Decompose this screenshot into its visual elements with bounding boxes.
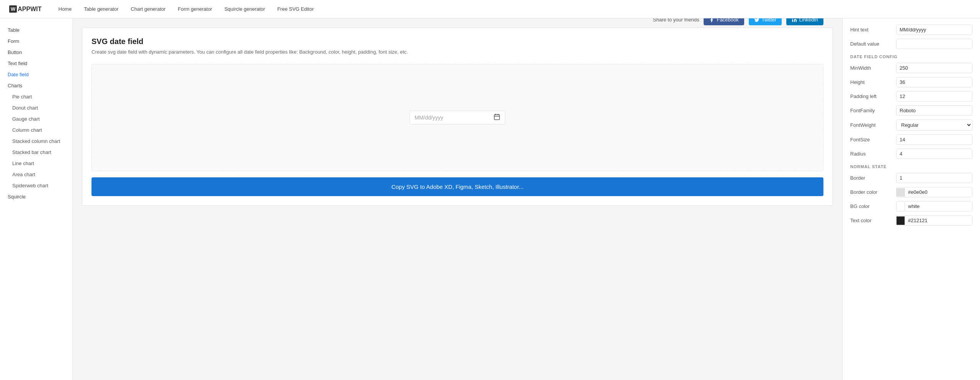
border-color-row: Border color [850,187,972,197]
bg-color-label: BG color [850,203,896,209]
border-label: Border [850,175,896,181]
sidebar-item-line-chart[interactable]: Line chart [0,158,72,169]
hint-text-row: Hint text [850,25,972,35]
border-row: Border [850,173,972,183]
sidebar-item-donut-chart[interactable]: Donut chart [0,102,72,113]
fontsize-label: FontSize [850,137,896,142]
border-color-label: Border color [850,189,896,195]
sidebar-item-area-chart[interactable]: Area chart [0,169,72,180]
twitter-share-button[interactable]: Twitter [749,18,782,25]
linkedin-icon [792,18,797,23]
text-color-wrap [896,215,972,226]
main-content: Share to your friends Facebook Twitter L… [73,18,842,380]
date-placeholder: MM/dd/yyyy [415,115,443,121]
sidebar-item-form[interactable]: Form [0,36,72,47]
padding-left-input[interactable] [896,91,972,102]
copy-svg-button[interactable]: Copy SVG to Adobe XD, Figma, Sketch, Ill… [91,177,823,196]
border-color-wrap [896,187,972,197]
sidebar-item-column-chart[interactable]: Column chart [0,124,72,136]
hint-text-label: Hint text [850,27,896,33]
sidebar-item-date-field[interactable]: Date field [0,69,72,80]
preview-area: MM/dd/yyyy [91,64,823,171]
fontsize-row: FontSize [850,134,972,145]
text-color-label: Text color [850,218,896,223]
default-value-row: Default value [850,39,972,49]
height-label: Height [850,79,896,85]
sidebar-item-stacked-column-chart[interactable]: Stacked column chart [0,136,72,147]
fontfamily-row: FontFamily [850,105,972,116]
facebook-button-label: Facebook [717,18,738,23]
share-label: Share to your friends [653,18,699,23]
linkedin-share-button[interactable]: LinkedIn [786,18,823,25]
sidebar-item-gauge-chart[interactable]: Gauge chart [0,113,72,124]
text-color-input[interactable] [905,216,972,225]
text-color-swatch[interactable] [897,216,905,225]
calendar-icon [493,113,500,122]
svg-rect-1 [494,115,500,120]
border-color-input[interactable] [905,187,972,197]
sidebar-item-pie-chart[interactable]: Pie chart [0,91,72,102]
page-title: SVG date field [91,37,823,46]
sidebar-item-stacked-bar-chart[interactable]: Stacked bar chart [0,147,72,158]
padding-left-row: Padding left [850,91,972,102]
fontfamily-input[interactable] [896,105,972,116]
sidebar-item-button[interactable]: Button [0,47,72,58]
nav-squircle-generator[interactable]: Squircle generator [220,4,270,14]
facebook-icon [709,18,714,23]
right-panel: Hint text Default value DATE FIELD CONFI… [842,18,980,380]
minwidth-input[interactable] [896,63,972,73]
fontsize-input[interactable] [896,134,972,145]
content-card: Share to your friends Facebook Twitter L… [82,28,833,206]
nav-home[interactable]: Home [54,4,77,14]
radius-row: Radius [850,149,972,159]
fontweight-select[interactable]: Thin Light Regular Medium Bold [896,120,972,131]
linkedin-button-label: LinkedIn [799,18,818,23]
share-row: Share to your friends Facebook Twitter L… [653,18,823,25]
nav-svg-editor[interactable]: Free SVG Editor [273,4,318,14]
radius-input[interactable] [896,149,972,159]
normal-state-header: NORMAL STATE [850,164,972,169]
facebook-share-button[interactable]: Facebook [704,18,744,25]
bg-color-wrap [896,201,972,211]
layout: Table Form Button Text field Date field … [0,18,980,380]
page-description: Create svg date field with dynamic param… [91,49,823,55]
brand: W APPWIT [9,5,42,13]
bg-color-row: BG color [850,201,972,211]
border-input[interactable] [896,173,972,183]
bg-color-input[interactable] [905,201,972,211]
bg-color-swatch[interactable] [897,202,905,211]
height-input[interactable] [896,77,972,87]
fontweight-row: FontWeight Thin Light Regular Medium Bol… [850,120,972,131]
nav-form-generator[interactable]: Form generator [173,4,217,14]
border-color-swatch[interactable] [897,188,905,197]
sidebar-item-spiderweb-chart[interactable]: Spiderweb chart [0,180,72,191]
height-row: Height [850,77,972,87]
default-value-label: Default value [850,41,896,47]
sidebar-item-table[interactable]: Table [0,25,72,36]
minwidth-label: MinWidth [850,65,896,71]
nav-links: Home Table generator Chart generator For… [54,4,318,14]
twitter-icon [754,18,760,23]
minwidth-row: MinWidth [850,63,972,73]
brand-name: APPWIT [18,6,41,13]
sidebar-item-charts[interactable]: Charts [0,80,72,91]
sidebar: Table Form Button Text field Date field … [0,18,73,380]
navbar: W APPWIT Home Table generator Chart gene… [0,0,980,18]
nav-table-generator[interactable]: Table generator [79,4,123,14]
sidebar-item-text-field[interactable]: Text field [0,58,72,69]
twitter-button-label: Twitter [762,18,776,23]
hint-text-input[interactable] [896,25,972,35]
radius-label: Radius [850,151,896,157]
default-value-input[interactable] [896,39,972,49]
text-color-row: Text color [850,215,972,226]
fontfamily-label: FontFamily [850,108,896,113]
nav-chart-generator[interactable]: Chart generator [126,4,170,14]
sidebar-item-squircle[interactable]: Squircle [0,191,72,202]
fontweight-label: FontWeight [850,122,896,128]
padding-left-label: Padding left [850,93,896,99]
logo-icon: W [9,5,17,13]
date-field-config-header: DATE FIELD CONFIG [850,54,972,59]
date-field-preview: MM/dd/yyyy [410,111,505,124]
